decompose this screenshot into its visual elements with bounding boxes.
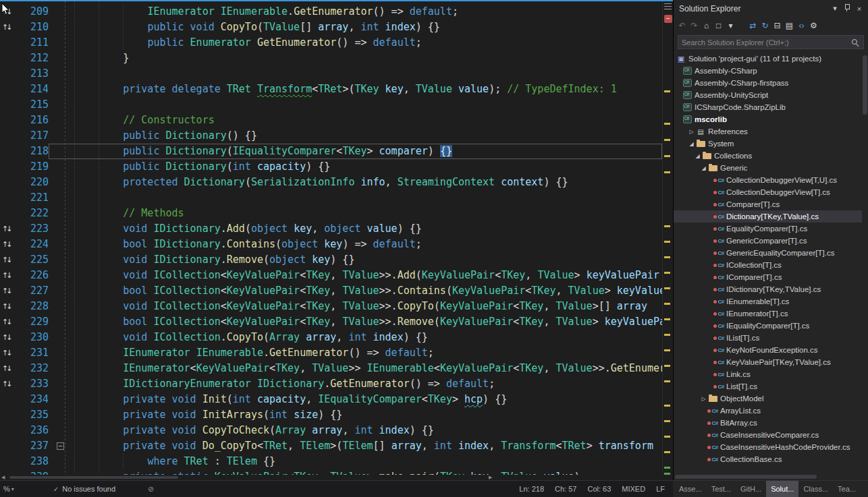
tree-item[interactable]: ◢System [674,138,868,150]
status-item[interactable]: Col: 63 [587,485,611,493]
code-line[interactable]: 211 public Enumerator GetEnumerator() =>… [0,35,662,51]
fold-collapse-icon[interactable]: − [57,442,64,450]
tree-vscroll-thumb[interactable] [863,55,867,115]
line-number[interactable]: 234 [18,392,49,407]
code-text[interactable]: // Constructors [70,113,662,128]
scroll-left-icon[interactable]: ◀ [1,475,5,480]
code-line[interactable]: ↑↓226 void ICollection<KeyValuePair<TKey… [0,268,662,283]
tree-item[interactable]: List[T].cs [674,380,868,392]
zoom-dropdown-icon[interactable]: ▾ [11,486,14,492]
tree-item[interactable]: ICSharpCode.SharpZipLib [674,101,868,113]
code-text[interactable]: private delegate TRet Transform<TRet>(TK… [70,82,662,97]
code-line[interactable]: ↑↓231 IEnumerator IEnumerable.GetEnumera… [0,345,662,361]
code-text[interactable]: void ICollection<KeyValuePair<TKey, TVal… [70,299,662,314]
tree-item[interactable]: EqualityComparer[T].cs [674,223,868,235]
no-issues-label[interactable]: No issues found [62,485,115,493]
code-text[interactable]: IEnumerator IEnumerable.GetEnumerator() … [70,4,662,20]
zoom-control[interactable]: % ▾ [3,485,14,493]
line-number[interactable]: 227 [18,283,49,299]
tree-item[interactable]: Assembly-UnityScript [674,89,868,101]
code-text[interactable]: bool ICollection<KeyValuePair<TKey, TVal… [70,314,662,330]
code-text[interactable] [70,190,662,206]
status-item[interactable]: LF [656,485,665,493]
panel-tab[interactable]: Asse... [674,481,707,497]
code-line[interactable]: 237− private void Do_CopyTo<TRet, TElem>… [0,438,662,454]
line-number[interactable]: 237 [18,438,49,454]
tree-item[interactable]: ◢Collections [674,150,868,162]
tree-item[interactable]: CaseInsensitiveComparer.cs [674,429,868,441]
tree-item[interactable]: ▣Solution 'project-gui' (11 of 11 projec… [674,53,868,65]
tree-item[interactable]: KeyValuePair[TKey,TValue].cs [674,356,868,368]
tree-item[interactable]: BitArray.cs [674,417,868,429]
line-number[interactable]: 209 [18,4,49,20]
code-text[interactable]: public Enumerator GetEnumerator() => def… [70,35,662,51]
chevron-expanded-icon[interactable]: ◢ [688,141,695,147]
window-position-icon[interactable]: ▾ [829,4,841,13]
line-number[interactable]: 215 [18,97,49,113]
code-line[interactable]: 212 } [0,51,662,66]
tree-item[interactable]: CaseInsensitiveHashCodeProvider.cs [674,441,868,453]
references-gutter-icon[interactable]: ↑↓ [0,268,18,283]
tree-item[interactable]: Assembly-CSharp [674,65,868,77]
code-text[interactable]: private static KeyValuePair<TKey, TValue… [70,469,662,475]
line-number[interactable]: 211 [18,35,49,51]
tree-item[interactable]: ◢Generic [674,162,868,174]
line-number[interactable]: 213 [18,66,49,82]
line-number[interactable]: 220 [18,175,49,190]
code-line[interactable]: ↑↓228 void ICollection<KeyValuePair<TKey… [0,299,662,314]
tree-item[interactable]: mscorlib [674,113,868,125]
line-number[interactable]: 223 [18,221,49,237]
line-number[interactable]: 239 [18,469,49,475]
code-line[interactable]: ↑↓229 bool ICollection<KeyValuePair<TKey… [0,314,662,330]
split-editor-handle[interactable] [664,3,672,9]
code-line[interactable]: ↑↓209 IEnumerator IEnumerable.GetEnumera… [0,4,662,20]
line-number[interactable]: 217 [18,128,49,144]
code-text[interactable]: bool ICollection<KeyValuePair<TKey, TVal… [70,283,662,299]
refresh-icon[interactable]: ↻ [759,20,771,32]
line-number[interactable]: 236 [18,423,49,438]
code-line[interactable]: 220 protected Dictionary(SerializationIn… [0,175,662,190]
line-number[interactable]: 218 [18,144,49,159]
tree-item[interactable]: GenericEqualityComparer[T].cs [674,247,868,259]
line-number[interactable]: 222 [18,206,49,221]
code-text[interactable]: where TRet : TElem {} [70,454,662,469]
code-line[interactable]: ↑↓233 IDictionaryEnumerator IDictionary.… [0,376,662,392]
tree-item[interactable]: KeyNotFoundException.cs [674,344,868,356]
status-item[interactable]: Ln: 218 [519,485,544,493]
tree-item[interactable]: ▷ObjectModel [674,392,868,405]
panel-tab[interactable]: GitH... [736,481,766,497]
tree-item[interactable]: IList[T].cs [674,332,868,344]
sync-active-document-icon[interactable]: ⇄ [747,20,759,32]
scope-dropdown-icon[interactable]: ▾ [725,20,736,32]
tree-hscroll-thumb[interactable] [675,475,817,479]
panel-tab[interactable]: Tea... [833,481,861,497]
line-number[interactable]: 229 [18,314,49,330]
tree-horizontal-scrollbar[interactable] [674,473,868,480]
close-icon[interactable]: × [853,5,865,13]
search-icon[interactable] [850,38,860,47]
tree-item[interactable]: IEnumerator[T].cs [674,308,868,320]
code-text[interactable]: private void InitArrays(int size) {} [70,407,662,423]
document-health-icon[interactable]: − [664,15,672,23]
references-gutter-icon[interactable]: ↑↓ [0,237,18,252]
back-icon[interactable]: ↶ [676,20,688,32]
references-gutter-icon[interactable]: ↑↓ [0,314,18,330]
code-text[interactable]: void ICollection.CopyTo(Array array, int… [70,330,662,345]
code-text[interactable]: public void CopyTo(TValue[] array, int i… [70,20,662,35]
code-text[interactable]: IEnumerator IEnumerable.GetEnumerator() … [70,345,662,361]
tree-item[interactable]: IEnumerable[T].cs [674,295,868,308]
code-text[interactable] [70,97,662,113]
references-gutter-icon[interactable]: ↑↓ [0,376,18,392]
line-number[interactable]: 210 [18,20,49,35]
line-number[interactable]: 226 [18,268,49,283]
line-number[interactable]: 228 [18,299,49,314]
references-gutter-icon[interactable]: ↑↓ [0,330,18,345]
code-line[interactable]: 216 // Constructors [0,113,662,128]
code-line[interactable]: ↑↓223 void IDictionary.Add(object key, o… [0,221,662,237]
line-number[interactable]: 216 [18,113,49,128]
panel-tab[interactable]: Class... [798,481,833,497]
tree-item[interactable]: ArrayList.cs [674,405,868,417]
home-icon[interactable]: ⌂ [701,20,712,32]
line-number[interactable]: 232 [18,361,49,376]
search-input[interactable] [678,38,850,47]
